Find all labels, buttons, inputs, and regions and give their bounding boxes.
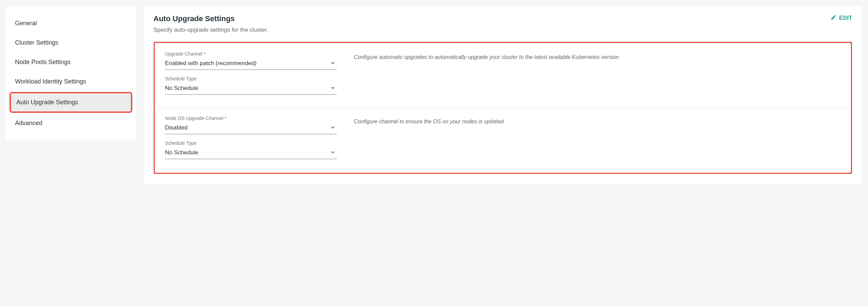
sidebar-item-node-pools-settings[interactable]: Node Pools Settings [6, 52, 136, 72]
page-subtitle: Specify auto-upgrade settings for the cl… [153, 27, 268, 33]
chevron-down-icon [331, 87, 335, 89]
field-value-upgrade-channel: Enabled with patch (recommended) [165, 60, 256, 67]
select-schedule-type-2[interactable]: No Schedule [165, 148, 337, 159]
sidebar-item-auto-upgrade-settings[interactable]: Auto Upgrade Settings [11, 94, 131, 111]
sidebar: General Cluster Settings Node Pools Sett… [6, 6, 136, 140]
chevron-down-icon [331, 127, 335, 129]
settings-card: Upgrade Channel * Enabled with patch (re… [153, 42, 852, 174]
page-title: Auto Upgrade Settings [153, 14, 268, 23]
sidebar-item-general[interactable]: General [6, 14, 136, 33]
select-upgrade-channel[interactable]: Enabled with patch (recommended) [165, 59, 337, 70]
form-highlight: Upgrade Channel * Enabled with patch (re… [153, 42, 852, 174]
settings-section-upgrade: Upgrade Channel * Enabled with patch (re… [155, 44, 850, 108]
edit-label: EDIT [839, 15, 852, 21]
sidebar-item-advanced[interactable]: Advanced [6, 113, 136, 133]
select-schedule-type-1[interactable]: No Schedule [165, 83, 337, 95]
field-value-node-os-channel: Disabled [165, 124, 188, 131]
section-description-node-os: Configure channel to ensure the OS on yo… [346, 108, 850, 172]
edit-button[interactable]: EDIT [830, 14, 852, 22]
main-panel: Auto Upgrade Settings Specify auto-upgra… [144, 6, 862, 184]
chevron-down-icon [331, 62, 335, 64]
field-label-schedule-type-2: Schedule Type [165, 140, 337, 146]
pencil-icon [830, 14, 837, 22]
sidebar-highlight: Auto Upgrade Settings [10, 92, 132, 113]
sidebar-item-workload-identity-settings[interactable]: Workload Identity Settings [6, 72, 136, 91]
sidebar-item-cluster-settings[interactable]: Cluster Settings [6, 33, 136, 52]
field-label-node-os-channel: Node OS Upgrade Channel * [165, 116, 337, 121]
field-label-schedule-type-1: Schedule Type [165, 76, 337, 81]
field-label-upgrade-channel: Upgrade Channel * [165, 51, 337, 57]
select-node-os-channel[interactable]: Disabled [165, 123, 337, 134]
section-description-upgrade: Configure automatic upgrades to automati… [346, 44, 850, 108]
settings-section-node-os: Node OS Upgrade Channel * Disabled Sched… [155, 108, 850, 172]
field-value-schedule-type-1: No Schedule [165, 85, 198, 92]
chevron-down-icon [331, 152, 335, 154]
field-value-schedule-type-2: No Schedule [165, 149, 198, 156]
